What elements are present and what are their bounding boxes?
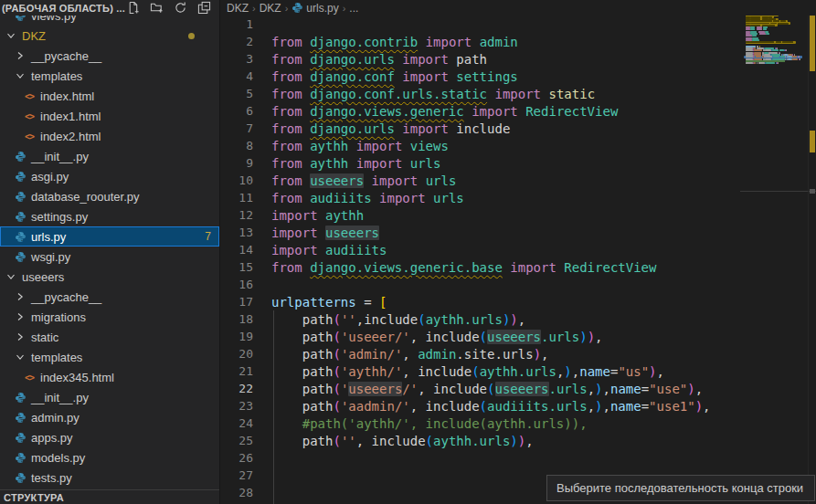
code-line-18[interactable]: 18 path('',include(aythh.urls)),	[220, 310, 816, 328]
code-line-26[interactable]: 26	[220, 449, 816, 467]
code-line-19[interactable]: 19 path('useeer/', include(useeers.urls)…	[220, 328, 816, 345]
line-number[interactable]: 25	[220, 434, 253, 447]
tree-item-templates[interactable]: templates	[0, 66, 219, 86]
chevron-right-icon[interactable]	[16, 51, 25, 60]
line-number[interactable]: 21	[220, 364, 253, 378]
tree-item-models-py[interactable]: models.py	[0, 447, 219, 467]
code-line-8[interactable]: 8from aythh import views	[220, 137, 816, 154]
line-number[interactable]: 11	[220, 191, 253, 205]
tree-item-apps-py[interactable]: apps.py	[0, 427, 219, 447]
chevron-down-icon[interactable]	[6, 31, 16, 40]
tree-item-index1-html[interactable]: <>index1.html	[0, 106, 219, 126]
tree-item-index-html[interactable]: <>index.html	[0, 86, 219, 106]
line-number[interactable]: 17	[220, 295, 253, 309]
new-folder-icon[interactable]	[150, 1, 164, 15]
line-number[interactable]: 14	[220, 243, 253, 257]
line-number[interactable]: 23	[220, 399, 253, 413]
code-line-7[interactable]: 7from django.urls import include	[220, 120, 816, 137]
line-number[interactable]: 4	[220, 69, 253, 83]
code-line-23[interactable]: 23 path('aadmin/', include(audiiits.urls…	[220, 397, 816, 415]
tree-item-tests-py[interactable]: tests.py	[0, 467, 219, 488]
breadcrumb-item[interactable]: DKZ	[227, 2, 249, 15]
line-number[interactable]: 15	[220, 260, 253, 274]
line-number[interactable]: 28	[220, 486, 253, 499]
line-number[interactable]: 26	[220, 451, 253, 465]
line-number[interactable]: 18	[220, 312, 253, 326]
code-line-12[interactable]: 12import aythh	[220, 206, 816, 224]
new-file-icon[interactable]	[126, 1, 140, 15]
line-number[interactable]: 16	[220, 278, 253, 291]
code-line-10[interactable]: 10from useeers import urls	[220, 172, 816, 189]
code-line-16[interactable]: 16	[220, 276, 816, 293]
line-number[interactable]: 5	[220, 87, 253, 100]
line-number[interactable]: 1	[220, 17, 253, 31]
line-number[interactable]: 2	[220, 35, 253, 48]
line-number[interactable]: 27	[220, 468, 253, 482]
chevron-down-icon[interactable]	[6, 272, 16, 281]
python-icon	[15, 472, 26, 484]
breadcrumb-item[interactable]: DKZ	[260, 2, 281, 15]
tree-item-admin-py[interactable]: admin.py	[0, 407, 219, 427]
code-line-25[interactable]: 25 path('', include(aythh.urls)),	[220, 432, 816, 449]
code-line-5[interactable]: 5from django.conf.urls.static import sta…	[220, 85, 816, 102]
code-line-2[interactable]: 2from django.contrib import admin	[220, 33, 816, 50]
tree-item--init-py[interactable]: __init__.py	[0, 387, 219, 407]
line-number[interactable]: 22	[220, 382, 253, 395]
tree-item-urls-py[interactable]: urls.py7	[0, 226, 219, 247]
line-number[interactable]: 10	[220, 173, 253, 187]
code-line-14[interactable]: 14import audiiits	[220, 241, 816, 258]
chevron-down-icon[interactable]	[16, 352, 25, 362]
code-line-21[interactable]: 21 path('aythh/', include(aythh.urls,),n…	[220, 362, 816, 380]
python-icon	[15, 211, 26, 223]
tree-item--pycache-[interactable]: __pycache__	[0, 46, 219, 66]
line-number[interactable]: 7	[220, 121, 253, 135]
line-number[interactable]: 13	[220, 226, 253, 239]
code-line-4[interactable]: 4from django.conf import settings	[220, 68, 816, 85]
tree-item-migrations[interactable]: migrations	[0, 307, 219, 327]
chevron-down-icon[interactable]	[16, 71, 25, 80]
code-line-13[interactable]: 13import useeers	[220, 224, 816, 241]
code-line-15[interactable]: 15from django.views.generic.base import …	[220, 258, 816, 276]
refresh-icon[interactable]	[174, 1, 187, 15]
python-icon	[15, 151, 26, 163]
line-number[interactable]: 19	[220, 330, 253, 343]
line-number[interactable]: 20	[220, 347, 253, 361]
code-line-24[interactable]: 24 #path('aythh/', include(aythh.urls)),	[220, 415, 816, 432]
outline-section-header[interactable]: СТРУКТУРА	[0, 489, 219, 504]
line-number[interactable]: 9	[220, 156, 253, 170]
tree-item--init-py[interactable]: __init__.py	[0, 146, 219, 166]
tree-item-index345-html[interactable]: <>index345.html	[0, 367, 219, 387]
minimap[interactable]	[746, 0, 802, 504]
code-line-17[interactable]: 17urlpatterns = [	[220, 293, 816, 310]
tree-item-wsgi-py[interactable]: wsgi.py	[0, 247, 219, 267]
line-number[interactable]: 12	[220, 208, 253, 222]
code-line-22[interactable]: 22 path('useeers/', include(useeers.urls…	[220, 380, 816, 397]
line-number[interactable]: 6	[220, 104, 253, 118]
chevron-right-icon[interactable]	[16, 332, 25, 341]
code-line-1[interactable]: 1	[220, 16, 816, 33]
tree-item-useeers[interactable]: useeers	[0, 267, 219, 287]
breadcrumb-item[interactable]: urls.py	[291, 2, 338, 15]
line-number[interactable]: 24	[220, 416, 253, 430]
code-line-9[interactable]: 9from aythh import urls	[220, 154, 816, 172]
line-number[interactable]: 3	[220, 52, 253, 66]
tree-item-index2-html[interactable]: <>index2.html	[0, 126, 219, 146]
breadcrumb-item[interactable]: ...	[349, 2, 358, 15]
tree-item--pycache-[interactable]: __pycache__	[0, 287, 219, 307]
tree-item-settings-py[interactable]: settings.py	[0, 206, 219, 226]
chevron-right-icon[interactable]	[16, 312, 25, 321]
tree-item-database-roouter-py[interactable]: database_roouter.py	[0, 186, 219, 206]
explorer-section-header[interactable]: (РАБОЧАЯ ОБЛАСТЬ) ...	[0, 0, 219, 16]
line-number[interactable]: 8	[220, 139, 253, 152]
code-line-11[interactable]: 11from audiiits import urls	[220, 189, 816, 206]
tree-item-asgi-py[interactable]: asgi.py	[0, 166, 219, 186]
code-area[interactable]: 12from django.contrib import admin3from …	[220, 16, 816, 501]
chevron-right-icon[interactable]	[16, 292, 25, 301]
tree-item-static[interactable]: static	[0, 327, 219, 347]
code-line-3[interactable]: 3from django.urls import path	[220, 50, 816, 68]
tree-item-templates[interactable]: templates	[0, 347, 219, 367]
code-line-20[interactable]: 20 path('admin/', admin.site.urls),	[220, 345, 816, 362]
tree-item-dkz[interactable]: DKZ	[0, 26, 219, 46]
code-line-6[interactable]: 6from django.views.generic import Redire…	[220, 102, 816, 120]
collapse-all-icon[interactable]	[197, 1, 211, 15]
